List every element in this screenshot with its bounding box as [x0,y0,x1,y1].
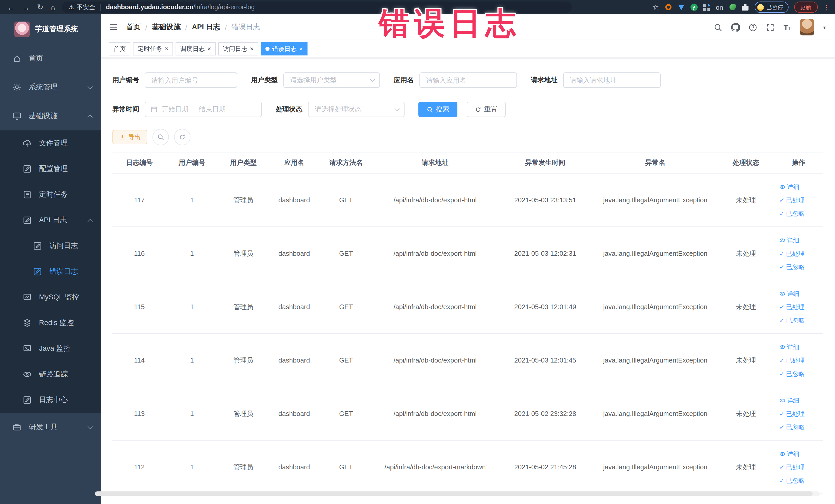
sidebar-item-system[interactable]: 系统管理 [0,73,101,102]
sidebar-item-config-manage[interactable]: 配置管理 [0,156,101,182]
breadcrumb-item[interactable]: API 日志 [192,23,220,32]
horizontal-scrollbar[interactable] [95,491,820,496]
processed-link[interactable]: ✓已处理 [779,193,821,207]
close-icon[interactable]: × [165,46,168,52]
sidebar-item-access-log[interactable]: 访问日志 [0,233,101,259]
processed-link[interactable]: ✓已处理 [779,354,821,367]
browser-back-icon[interactable]: ← [7,3,15,12]
sidebar-item-api-log[interactable]: API 日志 [0,207,101,233]
breadcrumb-item[interactable]: 基础设施 [152,23,181,32]
sidebar-item-dev-tools[interactable]: 研发工具 [0,413,101,442]
detail-link[interactable]: 详细 [779,340,821,354]
processed-link[interactable]: ✓已处理 [779,407,821,420]
app-logo[interactable]: 芋道管理系统 [0,14,101,44]
ignored-link[interactable]: ✓已忽略 [779,420,821,434]
request-url-input[interactable] [563,73,661,88]
check-icon: ✓ [779,420,785,434]
user-type-select[interactable]: 请选择用户类型 [283,73,380,88]
detail-link[interactable]: 详细 [779,447,821,460]
sidebar-item-error-log[interactable]: 错误日志 [0,259,101,284]
close-icon[interactable]: × [299,46,303,52]
extension-grid-icon[interactable] [703,4,710,11]
browser-reload-icon[interactable]: ↻ [37,3,43,12]
browser-menu-icon[interactable]: ⋮ [823,3,830,11]
tag-home[interactable]: 首页 [109,42,130,56]
bookmark-star-icon[interactable]: ☆ [652,3,659,11]
sidebar-item-label: 访问日志 [49,241,78,250]
ignored-link[interactable]: ✓已忽略 [779,367,821,380]
extensions-puzzle-icon[interactable] [741,4,749,11]
breadcrumb-item[interactable]: 首页 [126,23,141,32]
sidebar-item-redis-monitor[interactable]: Redis 监控 [0,310,101,336]
user-id-input[interactable] [145,73,237,88]
extension-yudao-icon[interactable]: y [690,4,697,11]
eye-icon [779,237,786,243]
ignored-link[interactable]: ✓已忽略 [779,314,821,327]
search-toggle-button[interactable] [152,129,169,145]
sidebar-item-log-center[interactable]: 日志中心 [0,387,101,413]
processed-label: 已处理 [786,407,805,420]
date-range-picker[interactable]: 开始日期 - 结束日期 [145,102,262,117]
browser-update-button[interactable]: 更新 [794,2,817,13]
sidebar-item-home[interactable]: 首页 [0,44,101,73]
sidebar-item-infrastructure[interactable]: 基础设施 [0,102,101,130]
cell-status: 未处理 [718,334,774,387]
refresh-icon [475,106,482,113]
tag-error-log[interactable]: 错误日志× [261,42,307,56]
sidebar-item-mysql-monitor[interactable]: MySQL 监控 [0,284,101,310]
sidebar-item-trace[interactable]: 链路追踪 [0,362,101,387]
sidebar-toggle-icon[interactable] [109,23,118,32]
tag-schedule-log[interactable]: 调度日志× [176,42,216,56]
tag-access-log[interactable]: 访问日志× [218,42,258,56]
address-bar[interactable]: ⚠ 不安全 dashboard.yudao.iocoder.cn/infra/l… [61,2,572,13]
browser-toolbar: ← → ↻ ⌂ ⚠ 不安全 dashboard.yudao.iocoder.cn… [0,0,835,14]
detail-link[interactable]: 详细 [779,394,821,407]
search-button[interactable]: 搜索 [419,102,457,117]
ignored-link[interactable]: ✓已忽略 [779,207,821,220]
ignored-link[interactable]: ✓已忽略 [779,474,821,487]
app-name-input[interactable] [420,73,517,88]
process-status-select[interactable]: 请选择处理状态 [308,102,405,117]
extension-shield-icon[interactable] [677,4,685,11]
extension-on-badge-icon[interactable]: on [716,4,723,11]
processed-link[interactable]: ✓已处理 [779,460,821,474]
tag-scheduled-jobs[interactable]: 定时任务× [133,42,173,56]
ignored-link[interactable]: ✓已忽略 [779,260,821,274]
scrollbar-thumb[interactable] [95,491,813,496]
browser-home-icon[interactable]: ⌂ [50,3,55,12]
close-icon[interactable]: × [207,46,211,52]
user-avatar[interactable] [800,19,814,36]
sidebar-item-java-monitor[interactable]: Java 监控 [0,336,101,362]
extension-leaf-icon[interactable] [729,4,736,11]
sidebar-item-scheduled-jobs[interactable]: 定时任务 [0,182,101,207]
sidebar-item-file-manage[interactable]: 文件管理 [0,130,101,156]
close-icon[interactable]: × [250,46,253,52]
export-button[interactable]: 导出 [113,130,147,144]
cell-actions: 详细 ✓已处理 ✓已忽略 [774,280,823,334]
cell-user-type: 管理员 [218,227,269,280]
fullscreen-icon[interactable] [766,23,775,32]
extension-orange-icon[interactable] [665,4,672,11]
processed-link[interactable]: ✓已处理 [779,300,821,314]
browser-forward-icon[interactable]: → [22,3,30,12]
column-header: 应用名 [269,152,319,173]
help-icon[interactable] [749,23,757,32]
processed-link[interactable]: ✓已处理 [779,247,821,260]
end-date-placeholder[interactable]: 结束日期 [199,105,226,114]
log-edit-icon [23,216,32,225]
select-placeholder: 请选择用户类型 [290,76,371,85]
security-label[interactable]: 不安全 [77,3,95,12]
start-date-placeholder[interactable]: 开始日期 [162,105,188,114]
github-icon[interactable] [731,23,740,32]
search-icon[interactable] [714,23,722,32]
breadcrumb-separator: / [185,23,187,31]
detail-link[interactable]: 详细 [779,180,821,193]
profile-paused-pill[interactable]: 已暂停 [754,2,788,13]
font-size-icon[interactable]: TT [783,23,791,32]
refresh-table-button[interactable] [174,129,190,145]
reset-button[interactable]: 重置 [467,102,506,117]
detail-link[interactable]: 详细 [779,234,821,247]
detail-link[interactable]: 详细 [779,287,821,300]
cell-exception: java.lang.IllegalArgumentException [593,334,718,387]
avatar-caret-icon[interactable]: ▾ [823,24,826,30]
